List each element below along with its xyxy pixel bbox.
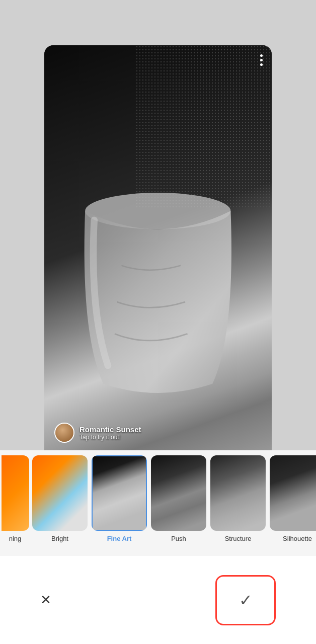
filter-badge[interactable]: Romantic Sunset Tap to try it out!	[54, 423, 141, 443]
filter-label-silhouette: Silhouette	[283, 535, 312, 542]
main-image: Romantic Sunset Tap to try it out! ♡ ⬡ S…	[44, 45, 272, 508]
confirm-button[interactable]: ✓	[215, 575, 276, 625]
filter-thumb-bright	[32, 455, 88, 531]
filter-thumb-orange-bg	[2, 455, 29, 531]
more-options-button[interactable]	[260, 54, 263, 66]
filter-label-structure: Structure	[225, 535, 252, 542]
filter-item-push[interactable]: Push	[149, 455, 208, 542]
cancel-icon: ✕	[40, 592, 51, 608]
bowl-shape	[67, 115, 249, 462]
filter-item-silhouette[interactable]: Silhouette	[268, 455, 316, 542]
filter-thumb-push-bg	[151, 455, 206, 531]
filter-thumb-silhouette	[270, 455, 316, 531]
filter-item-structure[interactable]: Structure	[208, 455, 268, 542]
image-background: Romantic Sunset Tap to try it out! ♡ ⬡ S…	[44, 45, 272, 508]
filter-avatar	[54, 423, 74, 443]
filter-info: Romantic Sunset Tap to try it out!	[80, 425, 141, 441]
filter-item-bright[interactable]: Bright	[30, 455, 90, 542]
filter-tap-label: Tap to try it out!	[80, 434, 141, 441]
filter-thumb-push	[151, 455, 206, 531]
checkmark-icon: ✓	[239, 591, 253, 610]
filter-thumb-structure	[210, 455, 266, 531]
left-background	[0, 0, 44, 518]
filter-thumb-fine-art	[92, 455, 147, 531]
filter-thumb-partial	[2, 455, 29, 531]
filter-strip: ning Bright Fine Art Push	[0, 450, 316, 556]
filter-label-bright: Bright	[51, 535, 68, 542]
filter-label-partial: ning	[9, 535, 22, 542]
filter-thumb-structure-bg	[210, 455, 266, 531]
filter-name-label: Romantic Sunset	[80, 425, 141, 434]
filter-item-fine-art[interactable]: Fine Art	[90, 455, 149, 542]
filter-thumb-fineart-bg	[92, 455, 147, 531]
filter-label-push: Push	[171, 535, 186, 542]
filter-items-container: ning Bright Fine Art Push	[0, 455, 316, 542]
right-background	[272, 0, 316, 518]
bottom-bar: ✕ ✓	[0, 556, 316, 644]
filter-thumb-silhouette-bg	[270, 455, 316, 531]
confirm-button-wrapper: ✓	[215, 575, 276, 625]
filter-label-fine-art: Fine Art	[107, 535, 132, 542]
filter-item-partial[interactable]: ning	[0, 455, 30, 542]
filter-thumb-bright-bg	[32, 455, 88, 531]
cancel-button[interactable]: ✕	[40, 592, 51, 608]
